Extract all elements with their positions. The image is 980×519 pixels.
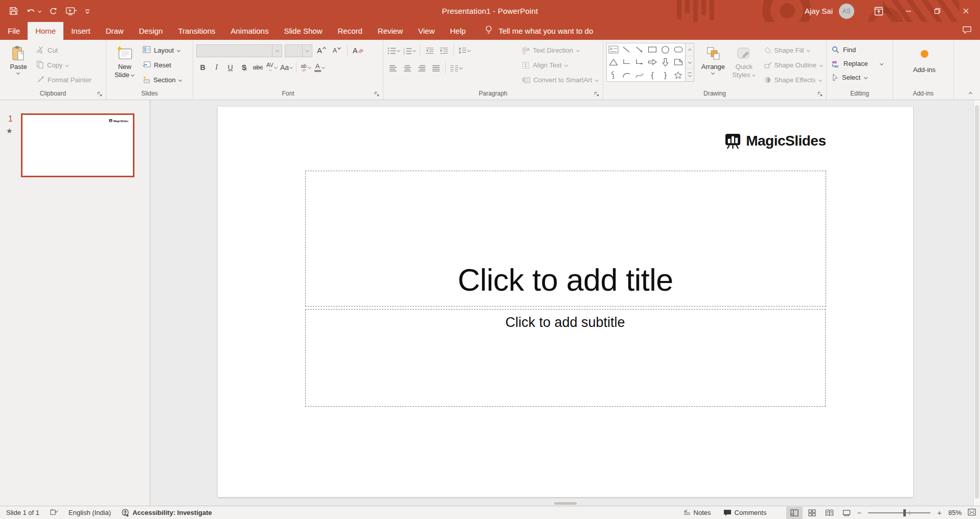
tab-transitions[interactable]: Transitions xyxy=(170,22,223,40)
subtitle-placeholder[interactable]: Click to add subtitle xyxy=(305,309,826,407)
slideshow-from-start-icon[interactable] xyxy=(65,6,77,16)
change-case-button[interactable]: Aa xyxy=(279,61,293,74)
font-color-button[interactable]: A xyxy=(313,61,326,74)
slideshow-view-button[interactable] xyxy=(838,507,855,519)
zoom-level[interactable]: 85% xyxy=(948,509,962,516)
paste-button[interactable]: Paste xyxy=(3,43,34,75)
comment-icon[interactable] xyxy=(962,26,972,36)
align-right-button[interactable] xyxy=(415,61,428,75)
animation-star-icon[interactable]: ★ xyxy=(6,127,13,135)
shape-curve-icon[interactable] xyxy=(633,69,646,81)
underline-button[interactable]: U xyxy=(224,61,237,74)
zoom-out-icon[interactable]: − xyxy=(855,508,863,517)
undo-icon[interactable] xyxy=(26,7,41,16)
tab-insert[interactable]: Insert xyxy=(63,22,98,40)
shape-right-arrow-icon[interactable] xyxy=(646,56,658,68)
increase-font-size-button[interactable]: A xyxy=(315,44,328,57)
slide-sorter-button[interactable] xyxy=(804,507,820,519)
horizontal-scrollbar[interactable] xyxy=(554,502,577,505)
avatar[interactable]: AS xyxy=(839,4,854,19)
strikethrough-button[interactable]: abc xyxy=(252,61,264,74)
layout-button[interactable]: Layout xyxy=(140,43,185,58)
tab-help[interactable]: Help xyxy=(442,22,473,40)
shape-elbow-arrow-connector-icon[interactable] xyxy=(633,56,646,68)
shape-rectangle-icon[interactable] xyxy=(646,44,658,56)
clear-formatting-button[interactable]: A xyxy=(352,44,365,57)
shape-arrow-icon[interactable] xyxy=(633,44,646,56)
comments-button[interactable]: Comments xyxy=(717,507,773,519)
italic-button[interactable]: I xyxy=(210,61,223,74)
shape-down-arrow-icon[interactable] xyxy=(659,56,672,68)
shape-rounded-rectangle-icon[interactable] xyxy=(672,44,685,56)
convert-to-smartart-button[interactable]: Convert to SmartArt xyxy=(519,73,601,87)
font-name-combobox[interactable] xyxy=(196,44,282,57)
zoom-in-icon[interactable]: + xyxy=(936,508,943,517)
title-placeholder[interactable]: Click to add title xyxy=(305,171,826,306)
align-center-button[interactable] xyxy=(401,61,414,75)
replace-button[interactable]: abac Replace xyxy=(830,57,892,70)
tab-view[interactable]: View xyxy=(411,22,442,40)
arrange-button[interactable]: Arrange xyxy=(698,43,728,75)
tab-file[interactable]: File xyxy=(0,22,28,40)
increase-indent-button[interactable] xyxy=(438,44,450,57)
addins-button[interactable]: Add-ins xyxy=(906,43,942,74)
collapse-ribbon-icon[interactable] xyxy=(969,90,974,98)
reset-button[interactable]: Reset xyxy=(140,58,185,73)
shape-scribble-icon[interactable] xyxy=(607,69,620,81)
language-selector[interactable]: English (India) xyxy=(69,509,111,516)
font-name-dropdown-icon[interactable] xyxy=(272,45,282,57)
shape-fill-button[interactable]: Shape Fill xyxy=(761,43,825,58)
cut-button[interactable]: Cut xyxy=(34,43,94,58)
close-icon[interactable] xyxy=(951,0,980,22)
shape-arc-icon[interactable] xyxy=(620,69,632,81)
shape-outline-button[interactable]: Shape Outline xyxy=(761,58,825,73)
tell-me-box[interactable]: Tell me what you want to do xyxy=(485,22,593,40)
reading-view-button[interactable] xyxy=(821,507,837,519)
shape-text-box-icon[interactable]: A xyxy=(607,44,620,56)
columns-button[interactable] xyxy=(449,61,463,75)
decrease-font-size-button[interactable]: A xyxy=(330,44,343,57)
ribbon-display-options-icon[interactable] xyxy=(868,0,890,22)
select-button[interactable]: Select xyxy=(830,70,892,84)
align-left-button[interactable] xyxy=(386,61,399,75)
tab-home[interactable]: Home xyxy=(28,22,63,40)
save-icon[interactable] xyxy=(9,6,18,16)
shape-snip-corner-rectangle-icon[interactable] xyxy=(672,56,685,68)
font-dialog-launcher-icon[interactable] xyxy=(373,90,380,98)
tab-review[interactable]: Review xyxy=(370,22,411,40)
justify-button[interactable] xyxy=(429,61,442,75)
clipboard-dialog-launcher-icon[interactable] xyxy=(96,90,103,98)
font-size-combobox[interactable] xyxy=(285,44,312,57)
drawing-dialog-launcher-icon[interactable] xyxy=(816,90,824,98)
redo-icon[interactable] xyxy=(49,7,58,16)
tab-draw[interactable]: Draw xyxy=(98,22,131,40)
slide-indicator[interactable]: Slide 1 of 1 xyxy=(6,509,39,516)
align-text-button[interactable]: Align Text xyxy=(519,58,601,73)
paragraph-dialog-launcher-icon[interactable] xyxy=(593,90,600,98)
slide-thumbnail[interactable]: MagicSlides xyxy=(21,113,134,177)
vertical-scrollbar[interactable] xyxy=(973,100,980,506)
tab-record[interactable]: Record xyxy=(330,22,370,40)
decrease-indent-button[interactable] xyxy=(423,44,436,57)
zoom-slider[interactable] xyxy=(868,512,930,513)
zoom-slider-thumb[interactable] xyxy=(903,509,906,516)
text-direction-button[interactable]: A Text Direction xyxy=(519,43,601,58)
shape-right-brace-icon[interactable]: } xyxy=(659,69,672,81)
line-spacing-button[interactable] xyxy=(457,44,471,57)
text-highlight-button[interactable]: ab xyxy=(299,61,312,74)
accessibility-checker[interactable]: Accessibility: Investigate xyxy=(121,509,212,517)
find-button[interactable]: Find xyxy=(830,43,892,57)
shape-gallery-scroll-down-icon[interactable] xyxy=(686,56,694,69)
new-slide-button[interactable]: New Slide xyxy=(109,43,140,79)
shape-gallery-scroll-up-icon[interactable] xyxy=(686,43,694,56)
font-size-dropdown-icon[interactable] xyxy=(302,45,312,57)
bullets-button[interactable] xyxy=(386,44,401,57)
section-button[interactable]: Section xyxy=(140,73,185,87)
user-name[interactable]: Ajay Sai xyxy=(805,7,833,15)
shape-elbow-connector-icon[interactable] xyxy=(620,56,632,68)
shape-left-brace-icon[interactable]: { xyxy=(646,69,658,81)
vertical-scrollbar-thumb[interactable] xyxy=(975,105,979,499)
notes-button[interactable]: Notes xyxy=(677,507,717,519)
shape-triangle-icon[interactable] xyxy=(607,56,620,68)
shape-star-icon[interactable] xyxy=(672,69,685,81)
